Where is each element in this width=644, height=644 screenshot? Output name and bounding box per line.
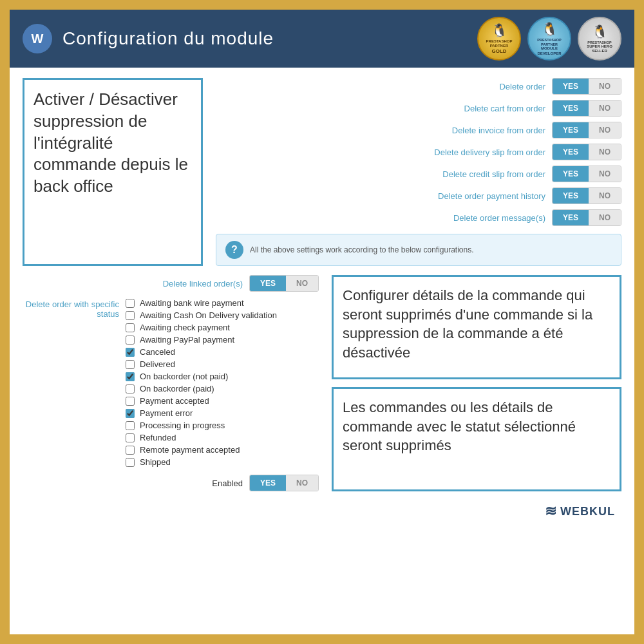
enabled-no[interactable]: NO xyxy=(286,475,318,491)
delete-delivery-label[interactable]: Delete delivery slip from order xyxy=(434,147,545,157)
delete-cart-label[interactable]: Delete cart from order xyxy=(464,104,545,113)
status-item-shipped: Shipped xyxy=(126,457,277,467)
delete-order-no[interactable]: NO xyxy=(589,79,621,94)
top-section: Activer / Désactiver suppression de l'in… xyxy=(23,78,621,266)
delete-credit-label[interactable]: Delete credit slip from order xyxy=(442,169,545,179)
feature-description-text: Activer / Désactiver suppression de l'in… xyxy=(33,90,188,196)
status-item-processing: Processing in progress xyxy=(126,421,277,430)
badge-gold: 🐧 PRESTASHOP PARTNER GOLD xyxy=(477,17,521,61)
status-checkbox-backorder-paid[interactable] xyxy=(126,384,135,393)
status-section: Delete order with specific status Awaiti… xyxy=(23,298,319,467)
info-box: ? All the above settings work according … xyxy=(216,234,621,266)
status-label-bank-wire: Awaiting bank wire payment xyxy=(140,298,244,308)
delete-payment-label[interactable]: Delete order payment history xyxy=(438,191,545,201)
status-checkbox-payment-error[interactable] xyxy=(126,409,135,418)
delete-message-no[interactable]: NO xyxy=(589,210,621,225)
status-item-backorder-notpaid: On backorder (not paid) xyxy=(126,372,277,381)
setting-row-delete-order: Delete order YES NO xyxy=(216,78,621,95)
info-text: All the above settings work according to… xyxy=(250,245,474,254)
status-checkbox-check-payment[interactable] xyxy=(126,323,135,332)
status-item-payment-error: Payment error xyxy=(126,408,277,418)
badge-developer: 🐧 PRESTASHOP PARTNER MODULE DEVELOPER xyxy=(527,17,571,61)
feature-description-box: Activer / Désactiver suppression de l'in… xyxy=(23,78,203,266)
status-item-remote-payment: Remote payment accepted xyxy=(126,445,277,455)
linked-orders-toggle[interactable]: YES NO xyxy=(249,275,319,292)
status-item-check-payment: Awaiting check payment xyxy=(126,323,277,332)
delete-delivery-toggle[interactable]: YES NO xyxy=(552,144,621,160)
delete-order-yes[interactable]: YES xyxy=(553,79,589,94)
header: W Configuration du module 🐧 PRESTASHOP P… xyxy=(10,10,634,68)
delete-delivery-yes[interactable]: YES xyxy=(553,144,589,160)
webkul-footer: ≋ WEBKUL xyxy=(23,500,621,525)
delete-invoice-yes[interactable]: YES xyxy=(553,122,589,138)
delete-credit-no[interactable]: NO xyxy=(589,166,621,182)
status-label-payment-accepted: Payment accepted xyxy=(140,396,209,406)
status-checkbox-processing[interactable] xyxy=(126,421,135,430)
status-label-backorder-paid: On backorder (paid) xyxy=(140,384,214,393)
status-item-bank-wire: Awaiting bank wire payment xyxy=(126,298,277,308)
enabled-row: Enabled YES NO xyxy=(23,475,319,491)
status-item-backorder-paid: On backorder (paid) xyxy=(126,384,277,393)
delete-message-toggle[interactable]: YES NO xyxy=(552,209,621,226)
status-label-refunded: Refunded xyxy=(140,433,176,442)
status-checkbox-remote-payment[interactable] xyxy=(126,446,135,455)
setting-row-delete-payment: Delete order payment history YES NO xyxy=(216,187,621,204)
status-label-canceled: Canceled xyxy=(140,347,175,357)
setting-row-delete-delivery: Delete delivery slip from order YES NO xyxy=(216,144,621,160)
delete-cart-no[interactable]: NO xyxy=(589,100,621,116)
badge-container: 🐧 PRESTASHOP PARTNER GOLD 🐧 PRESTASHOP P… xyxy=(477,17,621,61)
status-checkbox-paypal[interactable] xyxy=(126,336,135,345)
status-checkbox-payment-accepted[interactable] xyxy=(126,397,135,406)
status-checkbox-shipped[interactable] xyxy=(126,458,135,467)
status-item-refunded: Refunded xyxy=(126,433,277,442)
linked-orders-label[interactable]: Delete linked order(s) xyxy=(163,279,243,289)
delete-invoice-toggle[interactable]: YES NO xyxy=(552,122,621,138)
annotation-box-1: Configurer détails de la commande qui se… xyxy=(332,275,621,379)
delete-order-toggle[interactable]: YES NO xyxy=(552,78,621,95)
annotation-box-2: Les commandes ou les détails de commande… xyxy=(332,387,621,491)
left-bottom-panel: Delete linked order(s) YES NO Delete ord… xyxy=(23,275,319,491)
status-label-check-payment: Awaiting check payment xyxy=(140,323,230,332)
delete-invoice-label[interactable]: Delete invoice from order xyxy=(452,126,545,135)
status-checkbox-cash-delivery[interactable] xyxy=(126,311,135,320)
delete-credit-yes[interactable]: YES xyxy=(553,166,589,182)
enabled-toggle[interactable]: YES NO xyxy=(249,475,319,491)
status-item-delivered: Delivered xyxy=(126,359,277,369)
delete-payment-yes[interactable]: YES xyxy=(553,188,589,204)
setting-row-delete-cart: Delete cart from order YES NO xyxy=(216,100,621,117)
status-checkbox-canceled[interactable] xyxy=(126,348,135,357)
status-checkbox-refunded[interactable] xyxy=(126,433,135,442)
status-item-canceled: Canceled xyxy=(126,347,277,357)
status-checkbox-delivered[interactable] xyxy=(126,360,135,369)
setting-row-delete-credit: Delete credit slip from order YES NO xyxy=(216,166,621,182)
linked-orders-no[interactable]: NO xyxy=(286,276,318,291)
annotation-text-1: Configurer détails de la commande qui se… xyxy=(343,287,592,361)
annotation-text-2: Les commandes ou les détails de commande… xyxy=(343,399,576,453)
status-item-payment-accepted: Payment accepted xyxy=(126,396,277,406)
status-label-shipped: Shipped xyxy=(140,457,171,467)
status-item-paypal: Awaiting PayPal payment xyxy=(126,335,277,345)
setting-row-delete-message: Delete order message(s) YES NO xyxy=(216,209,621,226)
linked-orders-yes[interactable]: YES xyxy=(250,276,286,291)
delete-message-yes[interactable]: YES xyxy=(553,210,589,225)
status-item-cash-delivery: Awaiting Cash On Delivery validation xyxy=(126,310,277,320)
status-list: Awaiting bank wire paymentAwaiting Cash … xyxy=(126,298,277,467)
status-checkbox-backorder-notpaid[interactable] xyxy=(126,372,135,381)
status-checkbox-bank-wire[interactable] xyxy=(126,299,135,308)
delete-delivery-no[interactable]: NO xyxy=(589,144,621,160)
delete-order-label[interactable]: Delete order xyxy=(499,82,545,91)
status-label-remote-payment: Remote payment accepted xyxy=(140,445,240,455)
delete-cart-yes[interactable]: YES xyxy=(553,100,589,116)
delete-cart-toggle[interactable]: YES NO xyxy=(552,100,621,117)
delete-payment-no[interactable]: NO xyxy=(589,188,621,204)
webkul-logo-icon: W xyxy=(23,24,52,53)
enabled-yes[interactable]: YES xyxy=(250,475,286,491)
delete-invoice-no[interactable]: NO xyxy=(589,122,621,138)
delete-payment-toggle[interactable]: YES NO xyxy=(552,187,621,204)
enabled-label: Enabled xyxy=(212,478,243,488)
delete-credit-toggle[interactable]: YES NO xyxy=(552,166,621,182)
status-label-paypal: Awaiting PayPal payment xyxy=(140,335,234,345)
setting-row-delete-invoice: Delete invoice from order YES NO xyxy=(216,122,621,138)
page-title: Configuration du module xyxy=(62,28,274,49)
delete-message-label[interactable]: Delete order message(s) xyxy=(453,213,545,223)
